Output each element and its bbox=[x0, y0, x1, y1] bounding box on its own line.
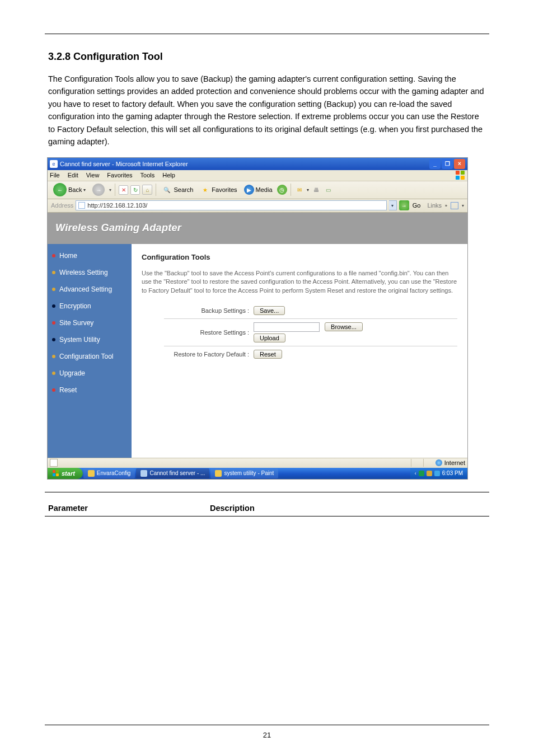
address-value: http://192.168.12.103/ bbox=[87, 202, 147, 209]
browse-button[interactable]: Browse... bbox=[325, 322, 363, 331]
sidebar-item-reset[interactable]: Reset bbox=[52, 386, 127, 394]
sidebar-item-encryption[interactable]: Encryption bbox=[52, 302, 127, 310]
media-icon: ▶ bbox=[244, 185, 254, 195]
bullet-icon bbox=[52, 321, 55, 325]
window-maximize-button[interactable]: ❐ bbox=[442, 159, 453, 169]
restore-label: Restore Settings : bbox=[142, 329, 254, 336]
start-label: start bbox=[62, 470, 75, 477]
browser-toolbar: ← Back ▾ → ▾ ✕ ↻ ⌂ 🔍 Search ★ Favorites … bbox=[48, 181, 467, 199]
reset-button[interactable]: Reset bbox=[254, 350, 282, 359]
menu-tools[interactable]: Tools bbox=[140, 172, 155, 179]
links-label: Links bbox=[427, 202, 442, 209]
search-label: Search bbox=[174, 186, 193, 193]
table-header-parameter: Parameter bbox=[48, 504, 88, 513]
sidebar-item-advanced-setting[interactable]: Advanced Setting bbox=[52, 285, 127, 293]
stop-button[interactable]: ✕ bbox=[119, 185, 128, 195]
sidebar-item-configuration-tool[interactable]: Configuration Tool bbox=[52, 353, 127, 360]
section-heading: 3.2.8 Configuration Tool bbox=[48, 51, 489, 63]
section-paragraph: The Configuration Tools allow you to sav… bbox=[48, 73, 487, 148]
tray-clock: 6:03 PM bbox=[442, 470, 463, 476]
window-title: Cannot find server - Microsoft Internet … bbox=[60, 161, 428, 167]
tray-icon[interactable] bbox=[434, 471, 440, 476]
window-titlebar: e Cannot find server - Microsoft Interne… bbox=[48, 158, 467, 170]
back-arrow-icon: ← bbox=[53, 183, 67, 196]
menu-bar: File Edit View Favorites Tools Help bbox=[48, 170, 467, 181]
content-heading: Configuration Tools bbox=[142, 253, 457, 261]
page-banner: Wireless Gaming Adapter bbox=[48, 213, 467, 244]
menu-favorites[interactable]: Favorites bbox=[107, 172, 132, 179]
sidebar-item-site-survey[interactable]: Site Survey bbox=[52, 319, 127, 327]
home-button[interactable]: ⌂ bbox=[142, 185, 152, 195]
forward-dropdown-icon: ▾ bbox=[109, 187, 111, 192]
taskbar-item-envaraconfig[interactable]: EnvaraConfig bbox=[83, 468, 135, 478]
page-icon bbox=[78, 202, 85, 209]
upload-button[interactable]: Upload bbox=[254, 334, 285, 342]
start-button[interactable]: start bbox=[48, 468, 83, 479]
back-button[interactable]: ← Back ▾ bbox=[51, 182, 88, 198]
favorites-button[interactable]: ★ Favorites bbox=[198, 184, 239, 196]
restore-settings-row: Restore Settings : Browse... Upload bbox=[142, 322, 457, 342]
sidebar-item-system-utility[interactable]: System Utility bbox=[52, 336, 127, 344]
sidebar-item-label: System Utility bbox=[59, 336, 100, 344]
media-label: Media bbox=[256, 186, 273, 193]
menu-help[interactable]: Help bbox=[162, 172, 175, 179]
forward-arrow-icon: → bbox=[92, 184, 105, 196]
menu-file[interactable]: File bbox=[50, 172, 60, 179]
backup-settings-row: Backup Settings : Save... bbox=[142, 306, 457, 315]
row-divider bbox=[164, 318, 457, 319]
menu-view[interactable]: View bbox=[86, 172, 100, 179]
banner-title: Wireless Gaming Adapter bbox=[55, 222, 181, 234]
mail-button[interactable]: ✉ bbox=[294, 185, 305, 195]
windows-flag-icon bbox=[52, 469, 59, 477]
search-button[interactable]: 🔍 Search bbox=[160, 184, 195, 196]
print-button[interactable]: 🖶 bbox=[311, 185, 321, 195]
taskbar-item-ie[interactable]: Cannot find server - ... bbox=[136, 468, 209, 478]
favorites-label: Favorites bbox=[212, 186, 237, 193]
menu-edit[interactable]: Edit bbox=[68, 172, 78, 179]
media-button[interactable]: ▶ Media bbox=[242, 184, 275, 196]
sidebar-item-upgrade[interactable]: Upgrade bbox=[52, 369, 127, 377]
address-input[interactable]: http://192.168.12.103/ bbox=[76, 200, 386, 210]
status-page-icon bbox=[50, 459, 58, 467]
links-chevron-icon[interactable]: » bbox=[445, 204, 447, 208]
window-close-button[interactable]: × bbox=[454, 159, 465, 169]
sidebar-item-label: Configuration Tool bbox=[59, 353, 114, 360]
page-number: 21 bbox=[45, 731, 489, 739]
go-button[interactable]: → bbox=[399, 200, 409, 210]
ie-taskbar-icon bbox=[140, 470, 147, 477]
bullet-icon bbox=[52, 288, 55, 291]
taskbar-item-paint[interactable]: system utility - Paint bbox=[210, 468, 278, 478]
history-button[interactable]: ◷ bbox=[277, 185, 287, 195]
restore-file-input[interactable] bbox=[254, 322, 320, 332]
internet-zone-icon bbox=[435, 459, 442, 466]
forward-button[interactable]: → bbox=[90, 182, 107, 197]
row-divider bbox=[164, 346, 457, 346]
content-column: Configuration Tools Use the "Backup" too… bbox=[132, 244, 467, 458]
address-dropdown-icon[interactable]: ▾ bbox=[389, 200, 397, 210]
sidebar-item-home[interactable]: Home bbox=[52, 252, 127, 260]
status-pane bbox=[423, 459, 433, 467]
bullet-icon bbox=[52, 304, 55, 308]
save-button[interactable]: Save... bbox=[254, 306, 285, 315]
address-label: Address bbox=[51, 202, 73, 209]
sidebar-item-wireless-setting[interactable]: Wireless Setting bbox=[52, 269, 127, 276]
tray-icon[interactable] bbox=[419, 471, 424, 476]
table-header-row: Parameter Description bbox=[48, 504, 487, 513]
bullet-icon bbox=[52, 271, 55, 274]
edit-button[interactable]: ▭ bbox=[324, 185, 334, 195]
taskbar-item-label: system utility - Paint bbox=[224, 470, 274, 476]
back-dropdown-icon: ▾ bbox=[83, 187, 86, 192]
trash-tray-icon[interactable] bbox=[451, 202, 458, 209]
window-minimize-button[interactable]: _ bbox=[429, 159, 441, 169]
browser-status-bar: Internet bbox=[48, 458, 467, 468]
refresh-button[interactable]: ↻ bbox=[130, 185, 140, 195]
tray-chevron-icon[interactable]: ‹ bbox=[415, 471, 416, 476]
top-rule bbox=[45, 34, 489, 34]
factory-default-label: Restore to Factory Default : bbox=[142, 351, 254, 358]
factory-default-row: Restore to Factory Default : Reset bbox=[142, 350, 457, 359]
footer-rule bbox=[45, 725, 489, 725]
sidebar-item-label: Advanced Setting bbox=[59, 285, 112, 293]
tray-icon[interactable] bbox=[427, 471, 432, 476]
bullet-icon bbox=[52, 372, 55, 375]
sidebar-item-label: Home bbox=[59, 252, 77, 260]
